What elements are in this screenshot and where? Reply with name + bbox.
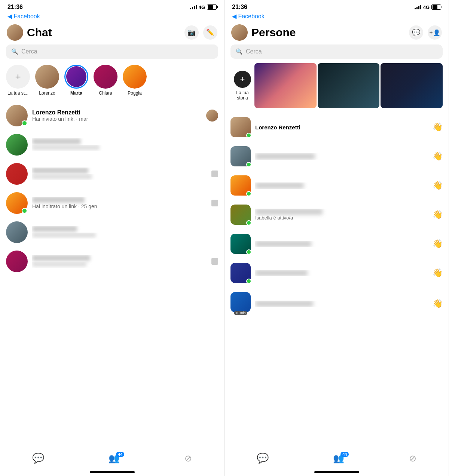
chat-item-blurred-1[interactable]: [0, 130, 224, 159]
chat-avatar-b4: [6, 221, 28, 243]
chat-item-blurred-4[interactable]: [0, 218, 224, 247]
search-placeholder-left: Cerca: [21, 48, 37, 55]
online-dot-p1: [246, 162, 251, 167]
home-indicator-left: [0, 468, 224, 476]
wave-icon-p2[interactable]: 👋: [433, 181, 443, 190]
tab-discover-right[interactable]: ⊘: [401, 452, 424, 465]
story-add-circle: +: [234, 71, 251, 88]
stories-grid-right: + La tua storia: [224, 63, 449, 113]
chat-info-b5: [32, 255, 211, 268]
messages-button[interactable]: 💬: [409, 25, 423, 40]
tab-bar-left: 💬 👥 44 ⊘: [0, 447, 224, 468]
chat-preview-b2: [32, 174, 211, 180]
search-icon-right: 🔍: [236, 48, 243, 55]
left-panel: 21:36 4G ◀ Facebook Chat 📷 ✏️: [0, 0, 224, 476]
wave-icon-isabella[interactable]: 👋: [433, 210, 443, 219]
online-dot-p4: [246, 249, 251, 255]
people-avatar-p6: 10 min: [230, 292, 251, 312]
tab-discover-left[interactable]: ⊘: [177, 452, 199, 465]
story-name-lorenzo: Lorenzo: [39, 90, 55, 96]
page-title-right: Persone: [251, 26, 409, 39]
wave-icon-p1[interactable]: 👋: [433, 151, 443, 161]
right-panel: 21:36 4G ◀ Facebook Persone 💬 +👤: [224, 0, 449, 476]
story-name-chiara: Chiara: [99, 90, 112, 96]
online-dot-isabella: [246, 220, 251, 225]
story-label-add: La tua st...: [7, 90, 28, 96]
time-left: 21:36: [7, 4, 23, 10]
back-link-left[interactable]: ◀ Facebook: [0, 13, 224, 21]
header-right: Persone 💬 +👤: [224, 21, 449, 44]
online-dot-lorenzo-r: [246, 133, 251, 138]
page-title-left: Chat: [27, 26, 184, 39]
chat-info-lorenzo: Lorenzo Renzetti Hai inviato un link. · …: [32, 109, 206, 122]
story-img-1[interactable]: [254, 63, 317, 108]
tab-people-left[interactable]: 👥 44: [101, 452, 127, 465]
status-right-left: 4G: [190, 4, 217, 10]
camera-icon: 📷: [187, 28, 196, 37]
people-avatar-p5: [230, 263, 251, 283]
chat-name-b2: [32, 168, 211, 174]
online-dot-b3: [22, 208, 27, 214]
people-item-p1[interactable]: 👋: [224, 142, 449, 171]
people-name-p2: [255, 182, 433, 189]
signal-icon-right: [415, 5, 421, 9]
people-item-isabella[interactable]: Isabella è attivo/a 👋: [224, 200, 449, 229]
add-person-icon: +👤: [429, 29, 440, 36]
people-name-p1: [255, 153, 433, 160]
compose-button[interactable]: ✏️: [203, 25, 217, 40]
user-avatar-right[interactable]: [231, 24, 248, 41]
chat-meta-b3: [211, 200, 218, 206]
people-item-p2[interactable]: 👋: [224, 171, 449, 200]
chat-avatar-b5: [6, 251, 28, 272]
chat-item-blurred-2[interactable]: [0, 159, 224, 188]
people-item-lorenzo[interactable]: Lorenzo Renzetti 👋: [224, 113, 449, 142]
add-person-button[interactable]: +👤: [428, 25, 442, 40]
chat-info-b4: [32, 226, 218, 239]
search-bar-left[interactable]: 🔍 Cerca: [6, 44, 218, 59]
people-name-p6: [255, 301, 433, 307]
story-add[interactable]: + La tua st...: [6, 65, 30, 96]
chat-avatar-b3: [6, 192, 28, 214]
chat-name-b1: [32, 138, 218, 145]
story-avatar-poggia: [123, 65, 147, 89]
story-avatar-marta: [64, 65, 88, 89]
people-item-p4[interactable]: 👋: [224, 229, 449, 258]
people-item-p6[interactable]: 10 min 👋: [224, 288, 449, 320]
search-bar-right[interactable]: 🔍 Cerca: [230, 44, 443, 59]
people-list: Lorenzo Renzetti 👋 👋: [224, 113, 449, 447]
story-item-marta[interactable]: Marta: [64, 65, 88, 96]
wave-icon-lorenzo[interactable]: 👋: [433, 122, 443, 132]
chat-item-lorenzo[interactable]: Lorenzo Renzetti Hai inviato un link. · …: [0, 101, 224, 130]
search-placeholder-right: Cerca: [246, 48, 262, 55]
tab-people-right[interactable]: 👥 44: [326, 452, 352, 465]
add-story-avatar: +: [6, 65, 30, 89]
chat-item-blurred-3[interactable]: Hai inoltrato un link · 25 gen: [0, 188, 224, 218]
story-item-lorenzo[interactable]: Lorenzo: [35, 65, 59, 96]
chat-name-b5: [32, 255, 211, 262]
chat-meta-b5: [211, 258, 218, 265]
tab-chat-left[interactable]: 💬: [25, 451, 52, 466]
people-avatar-p2: [230, 175, 251, 196]
time-right: 21:36: [232, 4, 247, 10]
chat-avatar-b1: [6, 134, 28, 156]
wave-icon-p4[interactable]: 👋: [433, 239, 443, 249]
story-item-chiara[interactable]: Chiara: [94, 65, 117, 96]
story-name-marta: Marta: [70, 90, 82, 96]
people-item-p5[interactable]: 👋: [224, 258, 449, 288]
story-item-poggia[interactable]: Poggia: [123, 65, 147, 96]
chat-avatar-b2: [6, 163, 28, 185]
wave-icon-p6[interactable]: 👋: [433, 299, 443, 308]
chat-preview-b5: [32, 262, 211, 268]
camera-button[interactable]: 📷: [184, 25, 199, 40]
user-avatar-left[interactable]: [7, 24, 23, 41]
back-link-right[interactable]: ◀ Facebook: [224, 13, 449, 21]
story-img-2[interactable]: [318, 63, 380, 108]
story-img-3[interactable]: [381, 63, 443, 108]
chat-preview-lorenzo: Hai inviato un link. · mar: [32, 116, 206, 122]
stories-row-left: + La tua st... Lorenzo Marta Chiara Po: [0, 63, 224, 101]
tab-chat-right[interactable]: 💬: [249, 451, 276, 466]
wave-icon-p5[interactable]: 👋: [433, 268, 443, 278]
discover-tab-icon-right: ⊘: [409, 453, 416, 464]
story-add-right[interactable]: + La tua storia: [230, 63, 254, 108]
chat-item-blurred-5[interactable]: [0, 247, 224, 276]
